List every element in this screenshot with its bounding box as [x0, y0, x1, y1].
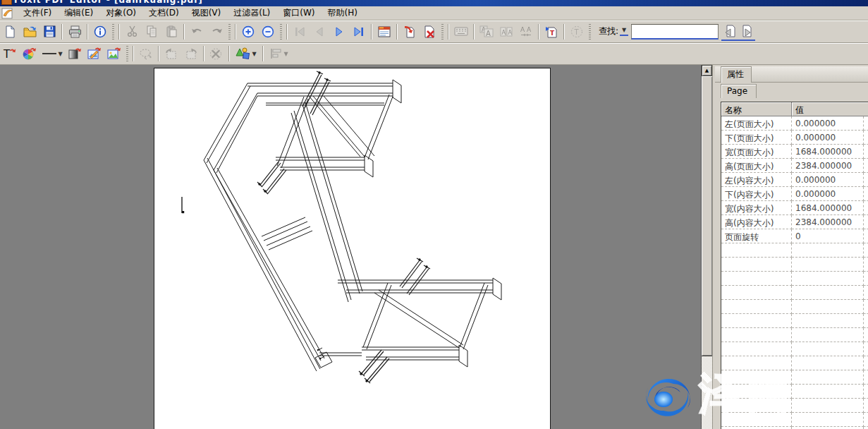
next-page-button[interactable]	[330, 23, 348, 41]
property-row[interactable]: 下(内容大小)0.000000	[721, 187, 868, 201]
font-spacing-button[interactable]: A A	[517, 23, 535, 41]
menu-help[interactable]: 帮助(H)	[322, 6, 364, 20]
image-tool-button[interactable]	[105, 44, 123, 63]
property-filler	[864, 258, 868, 272]
previous-page-icon	[314, 27, 324, 37]
align-tool-dropdown-caret[interactable]: ▼	[283, 51, 288, 57]
svg-text:T: T	[3, 48, 11, 60]
new-document-button[interactable]	[1, 23, 19, 41]
previous-page-button[interactable]	[310, 23, 329, 41]
property-row-empty[interactable]	[721, 272, 868, 286]
menu-filter[interactable]: 过滤器(L)	[227, 6, 276, 20]
property-row[interactable]: 下(页面大小)0.000000	[721, 131, 868, 145]
property-row-empty[interactable]	[721, 399, 868, 413]
property-row-empty[interactable]	[721, 243, 868, 258]
gradient-tool-button[interactable]	[66, 44, 84, 63]
property-row[interactable]: 宽(内容大小)1684.000000	[721, 201, 868, 215]
cut-button[interactable]	[123, 23, 141, 41]
property-row-empty[interactable]	[721, 342, 868, 356]
shapes-tool-dropdown-caret[interactable]: ▼	[252, 51, 256, 57]
open-file-button[interactable]	[20, 23, 39, 41]
zoom-in-icon	[242, 25, 255, 38]
copy-button[interactable]	[142, 23, 161, 41]
color-wheel-icon	[23, 47, 37, 60]
menu-view[interactable]: 视图(V)	[185, 6, 228, 20]
insert-page-button[interactable]	[401, 23, 419, 41]
redo-button[interactable]	[207, 23, 226, 41]
property-filler	[864, 300, 868, 314]
zoom-in-button[interactable]	[239, 23, 257, 41]
shapes-tool-button[interactable]: ▼	[233, 44, 259, 63]
property-row[interactable]: 左(内容大小)0.000000	[721, 173, 868, 187]
add-text-button[interactable]: T	[542, 23, 561, 41]
find-previous-button[interactable]	[721, 23, 738, 41]
edit-image-button[interactable]	[85, 44, 104, 63]
align-tool-button[interactable]: ▼	[267, 44, 292, 63]
property-filler	[864, 116, 868, 131]
property-row-empty[interactable]	[721, 328, 868, 342]
properties-tab[interactable]: 属性	[721, 66, 752, 83]
application-window: Foxit PDF Editor - [danrkuang.pdf] 文件(F)…	[0, 0, 868, 429]
property-row-empty[interactable]	[721, 300, 868, 314]
rotate-left-button[interactable]	[162, 44, 181, 63]
property-name	[721, 243, 792, 258]
menu-document[interactable]: 文档(D)	[142, 6, 185, 20]
menu-file[interactable]: 文件(F)	[17, 6, 58, 20]
page-layout-button[interactable]	[375, 23, 393, 41]
text-tool-button[interactable]: T	[1, 44, 19, 63]
property-filler	[864, 201, 868, 215]
tab-page[interactable]: Page	[721, 84, 757, 98]
property-row[interactable]: 页面旋转0	[721, 229, 868, 243]
menu-edit[interactable]: 编辑(E)	[58, 6, 99, 20]
properties-table-header: 名称 值	[721, 102, 868, 116]
text-circle-button[interactable]: T	[568, 23, 586, 41]
font-size-button[interactable]: A A	[477, 23, 496, 41]
font-kerning-button[interactable]: A A	[497, 23, 515, 41]
find-options-dropdown[interactable]: ▼	[620, 27, 628, 36]
property-name	[721, 370, 792, 385]
undo-button[interactable]	[188, 23, 206, 41]
property-filler	[864, 370, 868, 385]
property-row-empty[interactable]	[721, 258, 868, 272]
keyboard-icon	[454, 27, 468, 36]
scroll-up-button[interactable]: ▲	[702, 65, 712, 76]
line-tool-dropdown-caret[interactable]: ▼	[58, 51, 62, 57]
save-button[interactable]	[40, 23, 59, 41]
property-row-empty[interactable]	[721, 314, 868, 328]
property-value	[792, 286, 864, 300]
property-row[interactable]: 高(页面大小)2384.000000	[721, 159, 868, 173]
vertical-scrollbar[interactable]: ▲	[701, 65, 713, 429]
delete-object-button[interactable]	[207, 44, 226, 63]
property-row-empty[interactable]	[721, 413, 868, 427]
paste-button[interactable]	[162, 23, 181, 41]
zoom-out-button[interactable]	[259, 23, 277, 41]
scrollbar-thumb[interactable]	[702, 76, 712, 356]
first-page-button[interactable]	[291, 23, 309, 41]
property-row-empty[interactable]	[721, 385, 868, 399]
color-wheel-button[interactable]	[20, 44, 39, 63]
find-bar: 查找: ▼	[596, 23, 755, 41]
property-row-empty[interactable]	[721, 370, 868, 385]
find-next-button[interactable]	[738, 23, 755, 41]
property-row-empty[interactable]	[721, 356, 868, 370]
property-row-empty[interactable]	[721, 286, 868, 300]
print-button[interactable]	[66, 23, 84, 41]
align-tool-icon	[270, 48, 283, 59]
property-row[interactable]: 左(页面大小)0.000000	[721, 116, 868, 131]
property-row[interactable]: 宽(页面大小)1684.000000	[721, 145, 868, 159]
document-info-button[interactable]	[91, 23, 109, 41]
menu-object[interactable]: 对象(O)	[99, 6, 142, 20]
pdf-page[interactable]	[154, 68, 551, 429]
menu-window[interactable]: 窗口(W)	[276, 6, 321, 20]
rotate-right-button[interactable]	[182, 44, 200, 63]
column-header-name: 名称	[721, 102, 792, 116]
document-canvas[interactable]	[0, 65, 701, 429]
property-row[interactable]: 高(内容大小)2384.000000	[721, 215, 868, 229]
find-input[interactable]	[631, 24, 719, 40]
delete-page-button[interactable]	[420, 23, 439, 41]
last-page-button[interactable]	[350, 23, 368, 41]
line-tool-button[interactable]: ▼	[40, 44, 64, 63]
keyboard-button[interactable]	[452, 23, 470, 41]
property-name	[721, 356, 792, 370]
lasso-tool-button[interactable]	[137, 44, 155, 63]
